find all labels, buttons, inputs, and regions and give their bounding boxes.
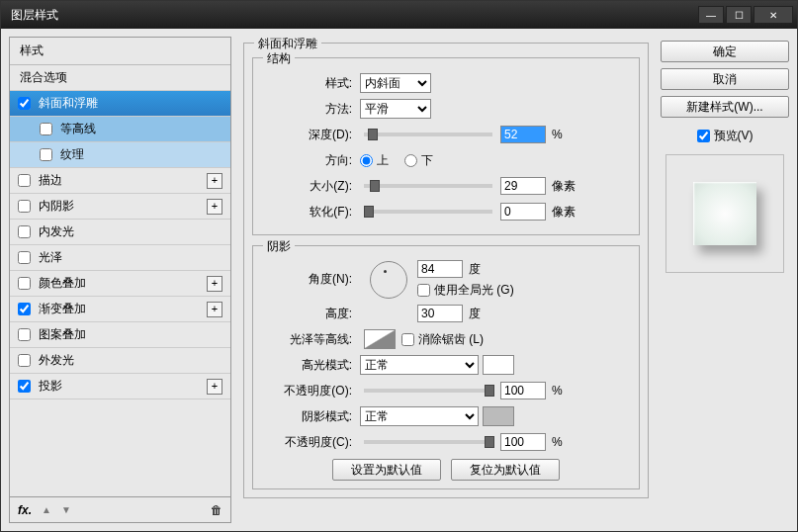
structure-group: 结构 样式: 内斜面 方法: 平滑 深度(D): %	[252, 57, 640, 235]
effect-bevel-emboss[interactable]: 斜面和浮雕	[10, 91, 230, 117]
sh-opacity-input[interactable]	[500, 433, 546, 451]
inner-shadow-label: 内阴影	[39, 198, 74, 215]
hl-opacity-input[interactable]	[500, 382, 546, 399]
effect-inner-glow[interactable]: 内发光	[10, 220, 230, 245]
style-select[interactable]: 内斜面	[360, 73, 431, 93]
soften-input[interactable]	[500, 203, 546, 221]
effect-inner-shadow[interactable]: 内阴影 +	[10, 194, 230, 220]
angle-wheel[interactable]	[370, 261, 407, 299]
sh-color-swatch[interactable]	[483, 406, 514, 426]
depth-input[interactable]	[500, 126, 546, 143]
contour-checkbox[interactable]	[40, 123, 52, 135]
reset-default-button[interactable]: 复位为默认值	[451, 459, 560, 481]
effect-gradient-overlay[interactable]: 渐变叠加 +	[10, 297, 230, 322]
preview-swatch	[693, 182, 756, 245]
blend-options-row[interactable]: 混合选项	[10, 65, 230, 91]
contour-label: 等高线	[60, 121, 96, 137]
inner-glow-label: 内发光	[39, 223, 74, 240]
color-overlay-checkbox[interactable]	[18, 277, 31, 290]
effects-footer: fx. ▲ ▼ 🗑	[9, 497, 231, 523]
gloss-label: 光泽等高线:	[261, 331, 352, 348]
texture-checkbox[interactable]	[40, 148, 52, 161]
size-input[interactable]	[500, 177, 546, 195]
titlebar[interactable]: 图层样式 — ☐ ✕	[1, 1, 797, 29]
effect-color-overlay[interactable]: 颜色叠加 +	[10, 271, 230, 297]
pattern-overlay-label: 图案叠加	[39, 326, 86, 343]
settings-panel: 斜面和浮雕 结构 样式: 内斜面 方法: 平滑 深度(D):	[237, 37, 655, 523]
gradient-overlay-checkbox[interactable]	[18, 303, 31, 315]
move-up-icon[interactable]: ▲	[42, 504, 51, 515]
trash-icon[interactable]: 🗑	[211, 503, 222, 517]
preview-checkbox[interactable]: 预览(V)	[661, 128, 789, 144]
shading-legend: 阴影	[263, 238, 295, 255]
style-label: 样式:	[261, 75, 352, 92]
soften-unit: 像素	[552, 204, 576, 221]
gradient-overlay-label: 渐变叠加	[39, 301, 86, 317]
add-color-overlay-icon[interactable]: +	[207, 276, 222, 292]
soften-slider[interactable]	[364, 210, 492, 214]
hl-mode-label: 高光模式:	[261, 357, 352, 374]
inner-glow-checkbox[interactable]	[18, 225, 31, 238]
effect-texture[interactable]: 纹理	[10, 142, 230, 168]
effect-drop-shadow[interactable]: 投影 +	[10, 374, 230, 399]
add-inner-shadow-icon[interactable]: +	[207, 199, 222, 215]
size-slider[interactable]	[364, 184, 492, 188]
sh-mode-select[interactable]: 正常	[360, 406, 479, 426]
dir-up-radio[interactable]: 上	[360, 152, 389, 169]
antialias-check[interactable]: 消除锯齿 (L)	[401, 331, 484, 348]
fx-icon[interactable]: fx.	[18, 503, 32, 517]
size-unit: 像素	[552, 178, 576, 195]
effect-stroke[interactable]: 描边 +	[10, 168, 230, 194]
window-title: 图层样式	[11, 7, 58, 24]
depth-slider[interactable]	[364, 133, 492, 136]
shading-group: 阴影 角度(N): 度 使用全局光 (G) 高度:	[252, 245, 640, 489]
make-default-button[interactable]: 设置为默认值	[332, 459, 441, 481]
add-stroke-icon[interactable]: +	[207, 173, 222, 189]
preview-box	[665, 154, 784, 273]
altitude-unit: 度	[469, 306, 481, 322]
move-down-icon[interactable]: ▼	[61, 504, 71, 515]
effect-outer-glow[interactable]: 外发光	[10, 348, 230, 374]
inner-shadow-checkbox[interactable]	[18, 200, 31, 213]
outer-glow-checkbox[interactable]	[18, 354, 31, 367]
content-area: 样式 混合选项 斜面和浮雕 等高线 纹理	[1, 29, 797, 531]
cancel-button[interactable]: 取消	[661, 68, 789, 90]
bevel-checkbox[interactable]	[18, 97, 31, 110]
sh-opacity-unit: %	[552, 435, 563, 449]
pattern-overlay-checkbox[interactable]	[18, 328, 31, 341]
structure-legend: 结构	[263, 50, 295, 67]
window-controls: — ☐ ✕	[698, 6, 793, 24]
hl-mode-select[interactable]: 正常	[360, 355, 479, 375]
hl-opacity-slider[interactable]	[364, 389, 492, 393]
close-button[interactable]: ✕	[754, 6, 793, 24]
gloss-contour-swatch[interactable]	[364, 329, 396, 349]
global-light-check[interactable]: 使用全局光 (G)	[417, 282, 514, 299]
maximize-button[interactable]: ☐	[726, 6, 752, 24]
angle-unit: 度	[469, 261, 481, 278]
add-gradient-overlay-icon[interactable]: +	[207, 302, 222, 317]
sh-opacity-slider[interactable]	[364, 440, 492, 444]
bevel-label: 斜面和浮雕	[39, 95, 98, 112]
effect-contour[interactable]: 等高线	[10, 117, 230, 142]
satin-label: 光泽	[39, 249, 62, 266]
soften-label: 软化(F):	[261, 204, 352, 221]
effects-panel: 样式 混合选项 斜面和浮雕 等高线 纹理	[9, 37, 231, 523]
satin-checkbox[interactable]	[18, 251, 31, 264]
ok-button[interactable]: 确定	[661, 41, 789, 62]
direction-label: 方向:	[261, 152, 352, 169]
dir-down-radio[interactable]: 下	[404, 152, 433, 169]
stroke-checkbox[interactable]	[18, 174, 31, 187]
angle-input[interactable]	[417, 260, 463, 278]
minimize-button[interactable]: —	[698, 6, 724, 24]
new-style-button[interactable]: 新建样式(W)...	[661, 96, 789, 118]
effect-satin[interactable]: 光泽	[10, 245, 230, 271]
effects-list: 混合选项 斜面和浮雕 等高线 纹理	[10, 65, 230, 399]
add-drop-shadow-icon[interactable]: +	[207, 379, 222, 395]
altitude-input[interactable]	[417, 305, 463, 322]
effect-pattern-overlay[interactable]: 图案叠加	[10, 322, 230, 348]
hl-color-swatch[interactable]	[483, 355, 514, 375]
drop-shadow-label: 投影	[39, 378, 62, 395]
technique-select[interactable]: 平滑	[360, 99, 431, 119]
drop-shadow-checkbox[interactable]	[18, 380, 31, 393]
blend-options-label: 混合选项	[20, 69, 67, 86]
